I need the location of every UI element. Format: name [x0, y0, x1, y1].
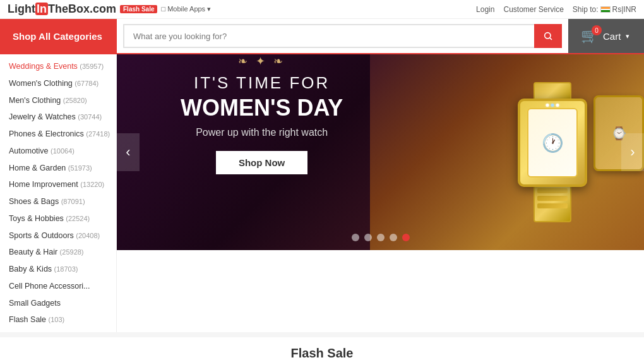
login-link[interactable]: Login: [476, 5, 494, 14]
sidebar-item-sports[interactable]: Sports & Outdoors (20408): [0, 227, 116, 244]
hero-title-2: WOMEN'S DAY: [155, 95, 369, 121]
carousel-dot-1[interactable]: [352, 234, 359, 241]
cart-label: Cart: [603, 31, 621, 42]
sidebar-item-small-gadgets[interactable]: Small Gadgets: [0, 295, 116, 312]
hero-carousel: 🕐 ⌚ ❧ ✦ ❧ I: [117, 54, 644, 250]
cart-icon-wrapper: 🛒 0: [581, 28, 598, 44]
sidebar-item-shoes-bags[interactable]: Shoes & Bags (87091): [0, 193, 116, 210]
watch-display: 🕐 ⌚: [480, 64, 625, 241]
carousel-dot-4[interactable]: [390, 234, 397, 241]
cart-count-badge: 0: [592, 25, 602, 35]
shop-all-categories-button[interactable]: Shop All Categories: [0, 19, 117, 53]
customer-service-link[interactable]: Customer Service: [503, 5, 563, 14]
hero-subtitle: Power up with the right watch: [155, 127, 369, 138]
shop-now-button[interactable]: Shop Now: [216, 151, 307, 174]
sidebar-item-beauty[interactable]: Beauty & Hair (25928): [0, 244, 116, 261]
main-layout: Weddings & Events (35957) Women's Clothi…: [0, 54, 644, 332]
flash-sale-badge[interactable]: Flash Sale: [120, 5, 157, 13]
sidebar-item-cell-phone[interactable]: Cell Phone Accessori...: [0, 278, 116, 295]
sidebar-item-home-improvement[interactable]: Home Improvement (13220): [0, 176, 116, 193]
sidebar-item-flash-sale[interactable]: Flash Sale (103): [0, 311, 116, 328]
svg-point-0: [545, 33, 551, 39]
sidebar-item-phones[interactable]: Phones & Electronics (27418): [0, 126, 116, 143]
logo-area: LightInTheBox.com Flash Sale □ Mobile Ap…: [8, 3, 211, 16]
flash-sale-section: Flash Sale ‹ Group Buy 🥋 💐 ⬛ Group Buy P…: [0, 337, 644, 360]
carousel-prev-button[interactable]: ‹: [117, 133, 140, 171]
sidebar-item-baby[interactable]: Baby & Kids (18703): [0, 261, 116, 278]
sidebar-item-jewelry[interactable]: Jewelry & Watches (30744): [0, 109, 116, 126]
carousel-dots: [352, 234, 410, 241]
carousel-dot-5[interactable]: [402, 234, 410, 241]
carousel-next-button[interactable]: ›: [621, 133, 644, 171]
sidebar-item-automotive[interactable]: Automotive (10064): [0, 143, 116, 160]
sidebar-item-womens-clothing[interactable]: Women's Clothing (67784): [0, 75, 116, 92]
sidebar-item-home-garden[interactable]: Home & Garden (51973): [0, 160, 116, 177]
top-bar: LightInTheBox.com Flash Sale □ Mobile Ap…: [0, 0, 644, 19]
cart-area[interactable]: 🛒 0 Cart ▾: [568, 19, 644, 53]
carousel-dot-2[interactable]: [364, 234, 372, 241]
flash-sale-header: Flash Sale: [8, 337, 636, 360]
hero-content: ❧ ✦ ❧ IT'S TIME FOR WOMEN'S DAY Power up…: [117, 54, 407, 174]
site-logo: LightInTheBox.com: [8, 3, 116, 16]
search-icon: [543, 31, 553, 41]
hero-watch-area: 🕐 ⌚: [370, 54, 644, 250]
search-area: [117, 19, 568, 53]
hero-ornament: ❧ ✦ ❧: [155, 54, 369, 68]
hero-title-1: IT'S TIME FOR: [155, 73, 369, 93]
sidebar-item-toys[interactable]: Toys & Hobbies (22524): [0, 210, 116, 227]
cart-dropdown-icon[interactable]: ▾: [626, 32, 629, 40]
search-button[interactable]: [534, 24, 562, 48]
sidebar-item-weddings[interactable]: Weddings & Events (35957): [0, 58, 116, 75]
top-bar-right: Login Customer Service Ship to: Rs|INR: [476, 5, 636, 14]
header: Shop All Categories 🛒 0 Cart ▾: [0, 19, 644, 54]
india-flag-icon: [600, 6, 611, 13]
sidebar: Weddings & Events (35957) Women's Clothi…: [0, 54, 117, 332]
ship-to: Ship to: Rs|INR: [573, 5, 636, 14]
carousel-dot-3[interactable]: [377, 234, 385, 241]
search-input[interactable]: [123, 24, 534, 48]
svg-line-1: [550, 38, 552, 40]
sidebar-item-mens-clothing[interactable]: Men's Clothing (25820): [0, 92, 116, 109]
mobile-apps-link[interactable]: □ Mobile Apps ▾: [161, 5, 211, 13]
